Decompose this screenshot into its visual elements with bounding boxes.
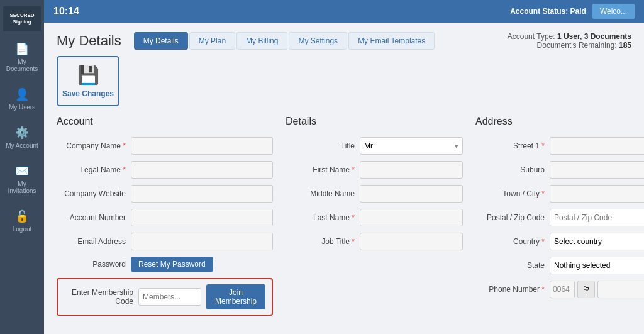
state-label: State [475, 261, 545, 270]
phone-label: Phone Number * [475, 285, 545, 294]
email-input[interactable] [131, 233, 273, 250]
company-website-row: Company Website [57, 185, 273, 203]
docs-remaining-row: Document's Remaining: 185 [508, 41, 631, 50]
sidebar-item-my-account[interactable]: ⚙️ My Account [0, 118, 44, 157]
invitations-icon: ✉️ [15, 164, 29, 178]
account-status-value: Paid [570, 7, 586, 16]
country-row: Country * Select country [475, 233, 644, 250]
street1-row: Street 1 * [475, 137, 644, 155]
tab-my-plan[interactable]: My Plan [189, 32, 235, 50]
topbar: 10:14 Account Status: Paid Welco... [44, 0, 644, 23]
state-select[interactable]: Nothing selected [550, 257, 644, 274]
account-section-title: Account [57, 116, 273, 130]
sidebar-item-my-users[interactable]: 👤 My Users [0, 80, 44, 118]
main-area: 10:14 Account Status: Paid Welco... My D… [44, 0, 644, 334]
town-city-label: Town / City * [475, 189, 545, 198]
reset-password-button[interactable]: Reset My Password [131, 257, 213, 272]
middle-name-input[interactable] [360, 185, 463, 203]
email-label: Email Address [57, 237, 126, 246]
sidebar-item-label: My Account [6, 142, 38, 149]
last-name-label: Last Name * [286, 213, 355, 222]
title-row: Title Mr Mrs Ms Dr [286, 137, 463, 155]
last-name-row: Last Name * [286, 209, 463, 226]
account-status-label: Account Status: [510, 7, 568, 16]
users-icon: 👤 [15, 87, 29, 101]
title-label: Title [286, 142, 355, 150]
password-row: Password Reset My Password [57, 257, 273, 272]
docs-remaining-value: 185 [619, 41, 631, 50]
welcome-button[interactable]: Welco... [592, 4, 635, 19]
membership-label: Enter Membership Code [64, 288, 133, 306]
company-name-label: Company Name * [57, 142, 126, 150]
address-section-title: Address [475, 116, 644, 130]
title-select-wrapper: Mr Mrs Ms Dr [360, 137, 463, 155]
phone-input-group: 🏳 [550, 281, 644, 298]
suburb-label: Suburb [475, 165, 545, 174]
middle-name-label: Middle Name [286, 189, 355, 198]
state-row: State Nothing selected [475, 257, 644, 274]
country-select[interactable]: Select country [550, 233, 644, 250]
sidebar-item-label: My Users [9, 104, 35, 111]
country-label: Country * [475, 237, 545, 246]
membership-code-input[interactable] [138, 288, 201, 306]
details-section: Details Title Mr Mrs Ms Dr First Name * [286, 116, 463, 316]
password-label: Password [57, 260, 126, 269]
tab-my-settings[interactable]: My Settings [289, 32, 347, 50]
tab-my-billing[interactable]: My Billing [236, 32, 287, 50]
town-city-input[interactable] [550, 185, 644, 203]
account-icon: ⚙️ [15, 126, 29, 140]
phone-flag-icon[interactable]: 🏳 [577, 281, 595, 298]
phone-prefix-input[interactable] [550, 281, 575, 298]
save-icon: 💾 [77, 65, 99, 86]
street1-input[interactable] [550, 137, 644, 155]
sidebar-item-my-documents[interactable]: 📄 My Documents [0, 35, 44, 80]
account-number-row: Account Number [57, 209, 273, 226]
membership-box: Enter Membership Code Join Membership [57, 278, 273, 316]
company-website-label: Company Website [57, 189, 126, 198]
email-row: Email Address [57, 233, 273, 250]
postal-input[interactable] [550, 209, 644, 226]
logo-text: SECUREDSigning [9, 13, 34, 25]
topbar-right: Account Status: Paid Welco... [510, 4, 635, 19]
tab-my-email-templates[interactable]: My Email Templates [348, 32, 435, 50]
tab-my-details[interactable]: My Details [134, 32, 188, 50]
account-type-row: Account Type: 1 User, 3 Documents [508, 32, 631, 41]
sidebar-item-label: Logout [13, 226, 32, 233]
company-name-input[interactable] [131, 137, 273, 155]
tab-nav: My Details My Plan My Billing My Setting… [134, 32, 435, 50]
first-name-input[interactable] [360, 161, 463, 179]
legal-name-input[interactable] [131, 161, 273, 179]
account-type-value: 1 User, 3 Documents [557, 32, 631, 41]
sidebar-item-logout[interactable]: 🔓 Logout [0, 202, 44, 240]
first-name-label: First Name * [286, 165, 355, 174]
last-name-input[interactable] [360, 209, 463, 226]
account-number-input[interactable] [131, 209, 273, 226]
suburb-row: Suburb [475, 161, 644, 179]
job-title-row: Job Title * [286, 233, 463, 250]
suburb-input[interactable] [550, 161, 644, 179]
page-title-row: My Details My Details My Plan My Billing… [57, 32, 435, 50]
legal-name-row: Legal Name * [57, 161, 273, 179]
title-select[interactable]: Mr Mrs Ms Dr [360, 137, 463, 155]
logo: SECUREDSigning [3, 6, 41, 31]
account-section: Account Company Name * Legal Name * Comp… [57, 116, 273, 316]
job-title-input[interactable] [360, 233, 463, 250]
account-number-label: Account Number [57, 213, 126, 222]
phone-number-input[interactable] [597, 281, 644, 298]
address-section: Address Street 1 * Suburb Town / City * … [475, 116, 644, 316]
street1-label: Street 1 * [475, 142, 545, 150]
account-status: Account Status: Paid [510, 7, 586, 16]
details-section-title: Details [286, 116, 463, 130]
docs-remaining-label: Document's Remaining: [537, 41, 617, 50]
join-membership-button[interactable]: Join Membership [206, 284, 265, 309]
legal-name-label: Legal Name * [57, 165, 126, 174]
company-website-input[interactable] [131, 185, 273, 203]
phone-row: Phone Number * 🏳 [475, 281, 644, 298]
state-select-wrapper: Nothing selected [550, 257, 644, 274]
topbar-time: 10:14 [53, 6, 79, 17]
sidebar-item-my-invitations[interactable]: ✉️ My Invitations [0, 157, 44, 202]
page-title: My Details [57, 33, 121, 49]
save-changes-button[interactable]: 💾 Save Changes [57, 56, 119, 106]
content-area: My Details My Details My Plan My Billing… [44, 23, 644, 334]
page-header: My Details My Details My Plan My Billing… [57, 32, 631, 50]
